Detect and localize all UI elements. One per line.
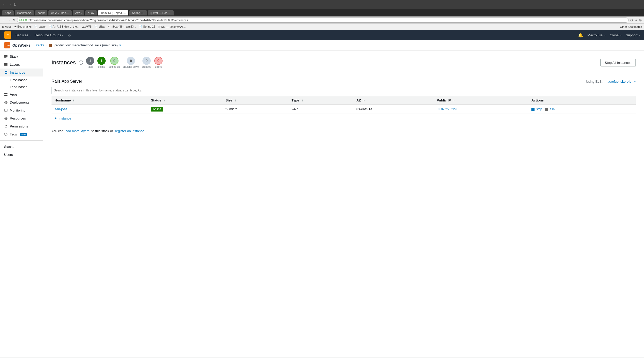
- resource-groups-menu[interactable]: Resource Groups ▾: [35, 33, 63, 37]
- bookmark-ebay[interactable]: 📄 eBay: [94, 25, 105, 28]
- svg-rect-11: [6, 93, 7, 94]
- address-bar[interactable]: Secure https://console.aws.amazon.com/op…: [17, 18, 629, 23]
- content-area: Instances i 1 total 1 online 0 setting u…: [43, 50, 644, 357]
- cell-size: t2.micro: [222, 105, 288, 114]
- monitoring-icon: [4, 109, 8, 112]
- setting-up-count: 0: [110, 57, 118, 65]
- svg-rect-13: [6, 95, 7, 96]
- size-sort[interactable]: ⇕: [234, 99, 236, 102]
- sidebar-stacks-link[interactable]: Stacks: [0, 143, 43, 151]
- sidebar-item-permissions[interactable]: Permissions: [0, 122, 43, 130]
- browser-tab[interactable]: daapr: [35, 10, 47, 15]
- register-instance-link[interactable]: register an instance: [115, 129, 144, 133]
- az-value: us-east-1a: [357, 107, 372, 111]
- browser-tab[interactable]: AWS: [73, 10, 84, 15]
- sidebar-instances-label: Instances: [10, 71, 25, 74]
- external-link-icon[interactable]: ↗: [633, 80, 636, 83]
- browser-tab-active[interactable]: Inbox (38) - ajm33...: [98, 10, 128, 15]
- cell-az: us-east-1a: [353, 105, 434, 114]
- ip-sort[interactable]: ⇕: [453, 99, 455, 102]
- table-body: san-jose online t2.micro 24/7 us-east-1a: [52, 105, 636, 114]
- bookmark-bookmarks[interactable]: ★ Bookmarks: [14, 25, 32, 28]
- time-based-label: Time-based: [10, 78, 27, 82]
- browser-tab[interactable]: Bookmarks: [15, 10, 34, 15]
- stop-all-button[interactable]: Stop All Instances: [600, 59, 636, 66]
- sidebar-item-time-based[interactable]: Time-based: [0, 76, 43, 83]
- bookmark-daapr[interactable]: 📄 daapr: [34, 25, 46, 28]
- cell-hostname: san-jose: [52, 105, 148, 114]
- az-sort[interactable]: ⇕: [363, 99, 365, 102]
- hostname-sort[interactable]: ⇕: [73, 99, 75, 102]
- stack-icon: [4, 55, 8, 58]
- svg-text:☰: ☰: [6, 34, 9, 37]
- sidebar-item-layers[interactable]: Layers: [0, 61, 43, 69]
- stack-breadcrumb-current[interactable]: production: macrofuelfood_rails (main si…: [54, 43, 118, 47]
- table-row: san-jose online t2.micro 24/7 us-east-1a: [52, 105, 636, 114]
- bookmark-apps[interactable]: ⊞ Apps: [2, 25, 12, 28]
- sidebar-deployments-label: Deployments: [10, 100, 29, 104]
- nav-reload[interactable]: ↻: [12, 18, 15, 22]
- aws-logo[interactable]: ☰: [4, 31, 11, 39]
- browser-tab[interactable]: Apps: [2, 10, 14, 15]
- browser-tab[interactable]: {} Wat — Destroy All...: [148, 10, 174, 15]
- type-sort[interactable]: ⇕: [301, 99, 303, 102]
- stop-action-link[interactable]: stop: [536, 107, 542, 111]
- sidebar-item-stack[interactable]: Stack: [0, 53, 43, 61]
- stack-dropdown-caret[interactable]: ▾: [119, 43, 121, 47]
- bookmark-inbox[interactable]: ✉ Inbox (38) - ajm33...: [108, 25, 136, 28]
- elb-link[interactable]: macrofuel-site-elb: [605, 80, 631, 83]
- region-menu[interactable]: Global ▾: [610, 33, 622, 37]
- table-header: Hostname ⇕ Status ⇕ Size ⇕ Type ⇕ AZ ⇕ P…: [52, 96, 636, 105]
- sidebar-item-apps[interactable]: Apps: [0, 90, 43, 98]
- instances-icon: [4, 71, 8, 74]
- browser-tab[interactable]: eBay: [85, 10, 97, 15]
- ssh-action-link[interactable]: ssh: [550, 107, 555, 111]
- bookmark-icon[interactable]: ⊹: [67, 33, 71, 38]
- sidebar-item-instances[interactable]: Instances: [0, 69, 43, 76]
- notifications-bell[interactable]: 🔔: [578, 33, 583, 38]
- sidebar-item-resources[interactable]: Resources: [0, 114, 43, 122]
- sidebar-item-monitoring[interactable]: Monitoring: [0, 106, 43, 114]
- add-instance-label: Instance: [58, 116, 71, 120]
- online-badge: 1 online: [97, 57, 106, 69]
- bookmark-aws[interactable]: ☁ AWS: [82, 25, 92, 28]
- sidebar-item-deployments[interactable]: Deployments: [0, 98, 43, 106]
- layer-title-row: Rails App Server Using ELB: macrofuel-si…: [52, 79, 636, 84]
- col-hostname: Hostname ⇕: [52, 96, 148, 105]
- browser-tab[interactable]: An A-Z Index...: [48, 10, 72, 15]
- permissions-icon: [4, 125, 8, 128]
- services-menu[interactable]: Services ▾: [15, 33, 31, 37]
- svg-text:OW: OW: [6, 44, 10, 47]
- nav-back[interactable]: ←: [2, 18, 6, 22]
- bookmark-spring[interactable]: 📄 Spring 15: [139, 25, 155, 28]
- secure-label: Secure: [19, 19, 28, 21]
- back-button[interactable]: ←: [2, 2, 6, 7]
- col-status: Status ⇕: [148, 96, 223, 105]
- aws-topnav: ☰ Services ▾ Resource Groups ▾ ⊹ 🔔 Macro…: [0, 30, 644, 40]
- col-actions: Actions: [528, 96, 636, 105]
- user-menu[interactable]: MacroFuel ▾: [587, 33, 605, 37]
- stacks-breadcrumb[interactable]: Stacks: [35, 43, 45, 47]
- support-menu[interactable]: Support ▾: [626, 33, 640, 37]
- forward-button[interactable]: →: [8, 2, 12, 7]
- add-instance-link[interactable]: + Instance: [55, 116, 71, 120]
- other-bookmarks[interactable]: Other Bookmarks: [620, 25, 642, 28]
- cell-type: 24/7: [289, 105, 353, 114]
- sidebar-item-tags[interactable]: Tags NEW: [0, 130, 43, 138]
- instances-search-input[interactable]: [52, 87, 144, 94]
- bookmark-wat[interactable]: {} Wat — Destroy All...: [158, 25, 186, 28]
- errors-label: errors: [155, 65, 162, 69]
- browser-tab[interactable]: Spring 15: [129, 10, 147, 15]
- sidebar: Stack Layers Instances Time-based Load-b…: [0, 50, 43, 357]
- public-ip-link[interactable]: 52.87.250.229: [437, 107, 456, 111]
- add-layers-link[interactable]: add more layers: [65, 129, 89, 133]
- stopped-badge: 0 stopped: [142, 57, 151, 69]
- status-sort[interactable]: ⇕: [163, 99, 165, 102]
- nav-forward[interactable]: →: [7, 18, 11, 22]
- sidebar-users-link[interactable]: Users: [0, 151, 43, 159]
- sidebar-item-load-based[interactable]: Load-based: [0, 83, 43, 90]
- instances-info-icon[interactable]: i: [79, 61, 83, 65]
- bookmark-az[interactable]: 📄 An A-Z Index of the...: [48, 25, 79, 28]
- hostname-link[interactable]: san-jose: [55, 107, 67, 111]
- reload-button[interactable]: ↻: [13, 3, 16, 7]
